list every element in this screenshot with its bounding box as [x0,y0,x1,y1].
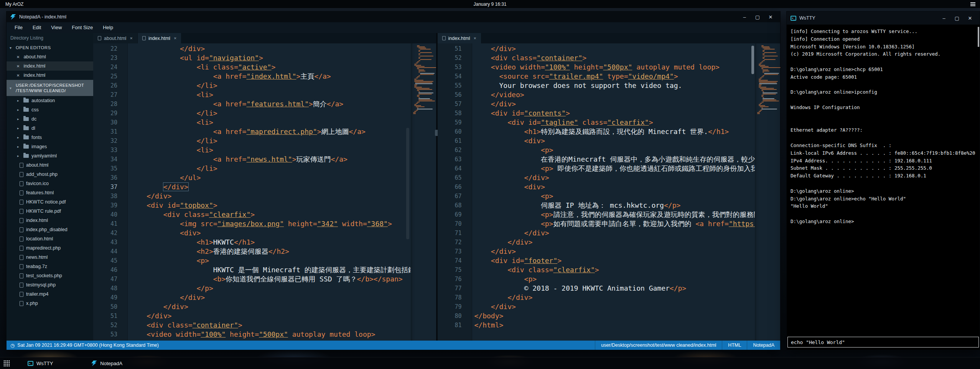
maximize-icon[interactable]: ▢ [954,16,960,21]
file-item[interactable]: testmysql.php [7,280,93,290]
file-icon [20,200,23,205]
file-item[interactable]: HKWTC rule.pdf [7,207,93,216]
code-line: </div> [130,293,411,302]
file-item[interactable]: add_vhost.php [7,170,93,179]
file-item[interactable]: teabag.7z [7,262,93,271]
menu-file[interactable]: File [10,22,28,33]
terminal-output[interactable]: [info] Conencting to arozos WsTTY servic… [787,25,977,333]
terminal-line: D:\golang\aroz online>ipconfig [791,88,973,96]
folder-item[interactable]: ▸yamlyamlml [7,151,93,161]
status-filepath: user/Desktop/screenshot/test/www cleaned… [595,341,722,350]
menu-edit[interactable]: Edit [28,22,46,33]
close-icon[interactable]: ✕ [967,16,973,21]
code-editor[interactable]: 5152535455565758596061626364656667686970… [438,43,781,341]
terminal-line [791,111,973,119]
launcher-icon[interactable] [3,360,10,367]
code-area[interactable]: </div> <div class="container"> <video wi… [472,43,755,341]
minimap[interactable] [755,43,780,341]
file-item[interactable]: HKWTC notice.pdf [7,197,93,207]
menu-font-size[interactable]: Font Size [67,22,98,33]
file-icon [20,301,23,306]
notepada-logo-icon [10,14,16,20]
file-item[interactable]: favicon.ico [7,179,93,188]
sidebar-title: Directory Listing [7,33,93,43]
tab-index.html[interactable]: index.html✕ [438,33,482,43]
menu-help[interactable]: Help [98,22,118,33]
line-number: 77 [438,284,472,293]
close-icon[interactable]: ✕ [16,55,20,59]
file-item[interactable]: news.html [7,253,93,262]
terminal-line [791,180,973,187]
close-tab-icon[interactable]: ✕ [174,36,177,40]
folder-item[interactable]: ▸css [7,105,93,114]
open-editor-item[interactable]: ✕index.html [7,71,93,80]
active-line-highlight: </div> [163,183,188,191]
file-label: features.html [26,190,54,195]
file-label: x.php [26,301,38,306]
open-editors-header[interactable]: ▾ OPEN EDITORS [7,43,93,52]
folder-item[interactable]: ▸autostation [7,96,93,105]
file-icon [20,163,23,168]
taskbar-item-notepada[interactable]: NotepadA [87,357,126,369]
file-item[interactable]: trailer.mp4 [7,290,93,299]
line-number: 35 [93,164,127,173]
file-item[interactable]: test_sockets.php [7,271,93,280]
file-item[interactable]: features.html [7,188,93,197]
file-icon [20,227,23,232]
terminal-line: Default Gateway . . . . . . . . . : 192.… [791,172,973,180]
code-line: </p> [130,284,411,293]
maximize-icon[interactable]: ▢ [754,15,761,20]
system-brand[interactable]: My ArOZ [5,2,23,7]
code-line: HKWTC 是一個 Minecraft 的建築伺服器，主要建築計劃包括鐵路 [130,265,411,275]
file-icon [20,255,23,260]
line-number: 70 [438,219,472,228]
terminal-line [791,81,973,89]
open-editor-item[interactable]: ✕about.html [7,52,93,61]
file-item[interactable]: index.php_disabled [7,225,93,234]
minimize-icon[interactable]: – [741,15,748,20]
wstty-titlebar[interactable]: WsTTY – ▢ ✕ [787,12,980,25]
open-editor-item[interactable]: ✕index.html [7,61,93,71]
chevron-right-icon: ▸ [17,154,21,158]
workspace-header[interactable]: ▾ USER:/DESKTOP/SCREENSHOT/TEST/WWW CLEA… [7,80,93,96]
code-line: </div> [474,302,755,311]
tab-index.html[interactable]: index.html✕ [138,33,182,43]
close-tab-icon[interactable]: ✕ [130,36,133,40]
tab-bar: about.html✕index.html✕ [93,33,436,43]
line-number: 62 [438,146,472,155]
folder-item[interactable]: ▸images [7,142,93,151]
taskbar-item-wstty[interactable]: WsTTY [24,357,57,369]
scrollbar-thumb[interactable] [406,128,409,239]
folder-item[interactable]: ▸fonts [7,133,93,142]
close-icon[interactable]: ✕ [16,64,20,68]
system-menu-icon[interactable] [970,2,975,6]
file-item[interactable]: mapredirect.php [7,243,93,253]
code-area[interactable]: </div> <ul id="navigation"> <li class="a… [128,43,411,341]
line-number: 51 [438,44,472,53]
file-item[interactable]: location.html [7,234,93,243]
scrollbar-thumb[interactable] [751,46,754,74]
close-icon[interactable]: ✕ [767,15,774,20]
folder-label: fonts [31,135,42,140]
file-label: mapredirect.php [26,245,61,251]
code-line: </div> [474,293,755,302]
close-icon[interactable]: ✕ [16,73,20,78]
file-item[interactable]: about.html [7,161,93,170]
file-item[interactable]: index.html [7,216,93,225]
folder-item[interactable]: ▸dl [7,124,93,133]
code-editor[interactable]: 2223242526272829303132333435363738394041… [93,43,436,341]
menu-view[interactable]: View [46,22,67,33]
minimap[interactable] [411,43,436,341]
notepada-titlebar[interactable]: NotepadA - index.html – ▢ ✕ [7,12,780,22]
terminal-scrollbar[interactable] [978,27,979,47]
code-line: <div class="container"> [130,321,411,330]
folder-item[interactable]: ▸dc [7,114,93,124]
file-item[interactable]: x.php [7,299,93,308]
code-line: </div> [130,44,411,53]
minimize-icon[interactable]: – [940,16,947,21]
tab-about.html[interactable]: about.html✕ [93,33,138,43]
terminal-line: Active code page: 65001 [791,73,973,81]
close-tab-icon[interactable]: ✕ [473,36,476,40]
status-language[interactable]: HTML [722,341,747,350]
terminal-input[interactable] [787,337,979,347]
